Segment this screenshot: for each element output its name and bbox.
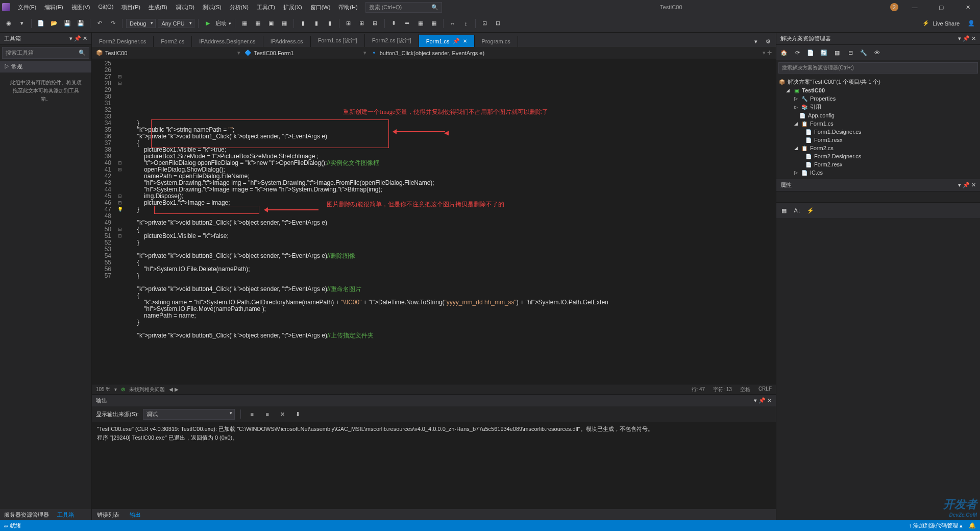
tb-icon-7[interactable]: ▮ — [324, 18, 335, 29]
close-icon[interactable]: ✕ — [463, 38, 467, 44]
sol-collapse-icon[interactable]: ⊟ — [845, 47, 856, 58]
tree-form2-designer[interactable]: 📄Form2.Designer.cs — [776, 152, 980, 160]
tb-icon-2[interactable]: ▦ — [252, 18, 263, 29]
menu-test[interactable]: 测试(S) — [199, 2, 225, 13]
prop-alpha-icon[interactable]: A↓ — [792, 205, 803, 216]
menu-edit[interactable]: 编辑(E) — [41, 2, 67, 13]
tab-settings-icon[interactable]: ⚙ — [763, 36, 774, 47]
menu-window[interactable]: 窗口(W) — [307, 2, 334, 13]
sol-sync-icon[interactable]: 📄 — [805, 47, 816, 58]
output-clear-icon[interactable]: ≡ — [247, 408, 258, 420]
nav-back-icon[interactable]: ◉ — [3, 18, 14, 29]
tab-3[interactable]: IPAddress.cs — [263, 36, 311, 47]
nav-class[interactable]: 🔷 TestIC00.Form1 — [244, 50, 293, 56]
output-scroll-icon[interactable]: ⬇ — [292, 408, 304, 420]
tab-1[interactable]: Form2.cs — [154, 36, 192, 47]
output-source-dropdown[interactable]: 调试 — [143, 409, 235, 420]
tree-properties[interactable]: ▷🔧Properties — [776, 94, 980, 103]
tb-icon-18[interactable]: ⊡ — [493, 18, 504, 29]
start-debug-button[interactable]: ▶ — [202, 18, 213, 29]
tab-4[interactable]: Form1.cs [设计] — [311, 34, 365, 47]
tree-form2-resx[interactable]: 📄Form2.resx — [776, 160, 980, 168]
platform-dropdown[interactable]: Any CPU — [158, 19, 194, 28]
menu-tools[interactable]: 工具(T) — [253, 2, 279, 13]
tb-icon-1[interactable]: ▦ — [239, 18, 250, 29]
save-all-icon[interactable]: 💾 — [75, 18, 86, 29]
menu-help[interactable]: 帮助(H) — [335, 2, 361, 13]
tree-appconfig[interactable]: 📄App.config — [776, 111, 980, 119]
tb-icon-3[interactable]: ▣ — [265, 18, 277, 29]
menu-debug[interactable]: 调试(D) — [172, 2, 198, 13]
tab-dropdown-icon[interactable]: ▾ — [750, 36, 762, 47]
nav-project[interactable]: 📦 TestIC00 — [96, 50, 127, 56]
tree-form2[interactable]: ◢📋Form2.cs — [776, 144, 980, 152]
status-source-control[interactable]: ↑ 添加到源代码管理 ▴ — [909, 522, 963, 529]
code-editor[interactable]: 2526272829303132333435363738394041424344… — [92, 59, 776, 384]
sol-preview-icon[interactable]: 👁 — [871, 47, 883, 58]
solution-pin-icon[interactable]: ▾ 📌 ✕ — [958, 35, 976, 42]
output-clear2-icon[interactable]: ✕ — [277, 408, 288, 420]
zoom-level[interactable]: 105 % — [96, 387, 110, 392]
tab-5[interactable]: Form2.cs [设计] — [365, 34, 419, 47]
tree-form1-designer[interactable]: 📄Form1.Designer.cs — [776, 128, 980, 136]
menu-project[interactable]: 项目(P) — [118, 2, 144, 13]
output-wrap-icon[interactable]: ≡ — [262, 408, 273, 420]
prop-events-icon[interactable]: ⚡ — [805, 205, 816, 216]
new-item-icon[interactable]: 📄 — [35, 18, 46, 29]
tab-0[interactable]: Form2.Designer.cs — [92, 36, 154, 47]
sol-properties-icon[interactable]: 🔧 — [858, 47, 869, 58]
redo-icon[interactable]: ↷ — [107, 18, 118, 29]
nav-method[interactable]: 🔹 button3_Click(object sender, EventArgs… — [371, 50, 484, 56]
config-dropdown[interactable]: Debug — [126, 19, 156, 28]
prop-pin-icon[interactable]: ▾ 📌 ✕ — [958, 182, 976, 188]
sol-showall-icon[interactable]: ▦ — [831, 47, 843, 58]
solution-search[interactable]: 搜索解决方案资源管理器(Ctrl+;) — [778, 62, 978, 74]
tb-icon-5[interactable]: ▮ — [298, 18, 309, 29]
tb-icon-11[interactable]: ⬍ — [388, 18, 400, 29]
tree-ic[interactable]: ▷📄IC.cs — [776, 168, 980, 177]
tb-icon-12[interactable]: ⬌ — [402, 18, 413, 29]
tb-icon-4[interactable]: ▦ — [279, 18, 290, 29]
eol-indicator[interactable]: CRLF — [758, 386, 772, 393]
menu-view[interactable]: 视图(V) — [68, 2, 94, 13]
tree-references[interactable]: ▷📚引用 — [776, 103, 980, 111]
toolbox-search[interactable]: 搜索工具箱🔍 — [2, 47, 89, 59]
tab-2[interactable]: IPAddress.Designer.cs — [192, 36, 263, 47]
tb-icon-14[interactable]: ▦ — [428, 18, 439, 29]
status-notifications-icon[interactable]: 🔔 — [969, 522, 976, 529]
save-icon[interactable]: 💾 — [62, 18, 73, 29]
menu-analyze[interactable]: 分析(N) — [226, 2, 252, 13]
sol-switch-icon[interactable]: ⟳ — [792, 47, 803, 58]
tb-icon-10[interactable]: ⊞ — [370, 18, 381, 29]
menu-file[interactable]: 文件(F) — [14, 2, 40, 13]
tab-7[interactable]: Program.cs — [475, 36, 518, 47]
menu-build[interactable]: 生成(B) — [145, 2, 171, 13]
sol-home-icon[interactable]: 🏠 — [778, 47, 790, 58]
global-search[interactable]: 搜索 (Ctrl+Q)🔍 — [365, 2, 442, 13]
tb-icon-17[interactable]: ⊡ — [479, 18, 491, 29]
tab-6[interactable]: Form1.cs📌✕ — [419, 35, 475, 47]
notification-badge[interactable]: 2 — [890, 3, 898, 11]
menu-git[interactable]: Git(G) — [94, 2, 117, 13]
toolbox-section[interactable]: ▷ 常规 — [0, 61, 91, 73]
output-pin-icon[interactable]: ▾ 📌 ✕ — [754, 397, 772, 404]
tree-project[interactable]: ◢▣TestIC00 — [776, 86, 980, 94]
account-icon[interactable]: 👤 — [966, 18, 977, 29]
tb-icon-8[interactable]: ⊞ — [343, 18, 354, 29]
close-button[interactable]: ✕ — [958, 0, 978, 14]
tree-form1-resx[interactable]: 📄Form1.resx — [776, 136, 980, 144]
issue-nav[interactable]: ◀ ▶ — [169, 387, 179, 392]
open-icon[interactable]: 📂 — [48, 18, 60, 29]
output-text[interactable]: "TestIC00.exe" (CLR v4.0.30319: TestIC00… — [92, 422, 776, 509]
undo-icon[interactable]: ↶ — [94, 18, 105, 29]
tb-icon-16[interactable]: ↕ — [460, 18, 472, 29]
tb-icon-9[interactable]: ⊞ — [356, 18, 368, 29]
indent-indicator[interactable]: 空格 — [740, 386, 750, 393]
minimize-button[interactable]: — — [904, 0, 925, 14]
tb-icon-6[interactable]: ▮ — [311, 18, 322, 29]
pin-icon[interactable]: ▾ 📌 ✕ — [69, 35, 87, 42]
prop-cat-icon[interactable]: ▦ — [778, 205, 790, 216]
tb-icon-15[interactable]: ↔ — [447, 18, 458, 29]
menu-extensions[interactable]: 扩展(X) — [280, 2, 306, 13]
maximize-button[interactable]: ▢ — [931, 0, 951, 14]
